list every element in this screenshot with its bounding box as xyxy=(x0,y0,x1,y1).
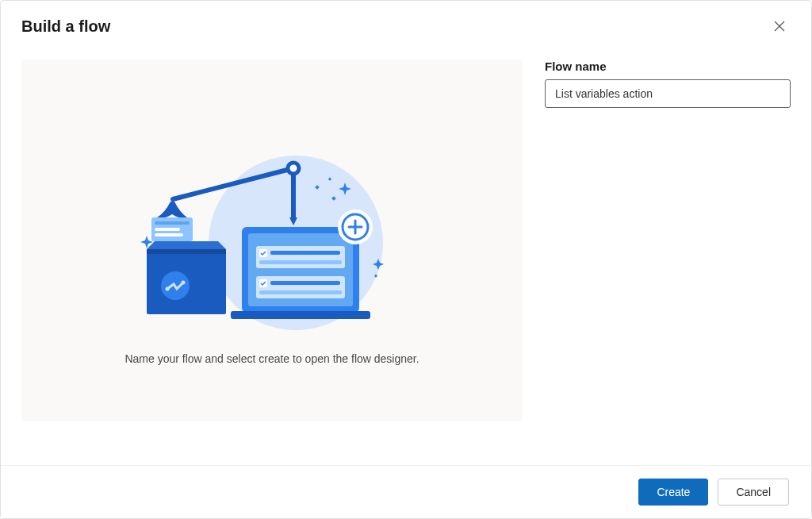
svg-rect-24 xyxy=(256,246,345,268)
flow-name-input[interactable] xyxy=(545,79,791,108)
svg-rect-27 xyxy=(259,260,342,264)
form-panel: Flow name xyxy=(545,60,791,421)
dialog-title: Build a flow xyxy=(21,17,110,36)
flow-name-label: Flow name xyxy=(545,60,791,73)
cancel-button[interactable]: Cancel xyxy=(718,479,789,506)
svg-rect-17 xyxy=(147,249,226,254)
illustration-caption: Name your flow and select create to open… xyxy=(124,352,419,365)
close-icon xyxy=(774,21,785,32)
svg-rect-30 xyxy=(270,281,340,285)
svg-rect-26 xyxy=(270,251,340,255)
svg-rect-23 xyxy=(231,311,370,319)
dialog-footer: Create Cancel xyxy=(1,465,811,518)
svg-point-19 xyxy=(166,287,170,291)
flow-builder-illustration xyxy=(121,140,423,330)
svg-rect-12 xyxy=(155,221,190,225)
svg-marker-16 xyxy=(147,241,226,249)
svg-rect-13 xyxy=(155,228,180,231)
svg-point-9 xyxy=(288,163,299,174)
svg-rect-28 xyxy=(256,276,345,298)
illustration-panel: Name your flow and select create to open… xyxy=(21,60,523,421)
svg-rect-14 xyxy=(155,233,183,236)
create-button[interactable]: Create xyxy=(638,479,708,506)
close-button[interactable] xyxy=(768,15,791,37)
svg-rect-31 xyxy=(259,290,342,294)
svg-point-20 xyxy=(182,281,186,285)
